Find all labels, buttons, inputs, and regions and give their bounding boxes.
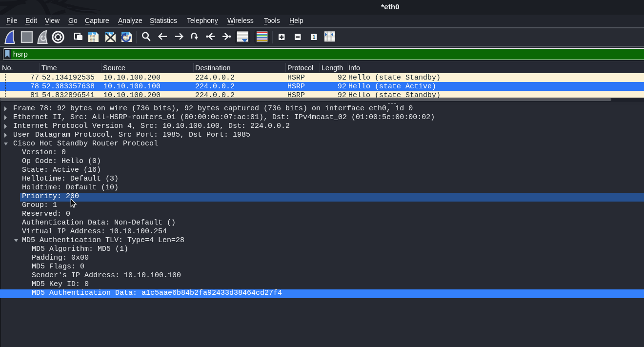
svg-text:0111: 0111 [90,40,95,42]
svg-text:1: 1 [313,34,316,40]
